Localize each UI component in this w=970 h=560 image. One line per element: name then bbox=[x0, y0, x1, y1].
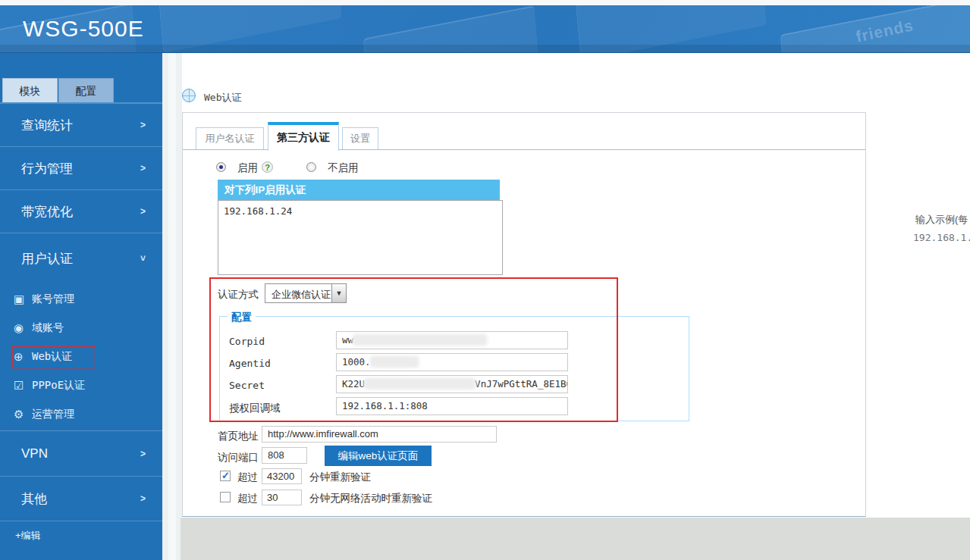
port-field[interactable]: 808 bbox=[262, 447, 307, 464]
sidebar-subitem-label: 账号管理 bbox=[32, 293, 74, 306]
sidebar-item-behavior[interactable]: 行为管理 > bbox=[0, 146, 162, 189]
timeout1-prefix: 超过 bbox=[237, 471, 258, 484]
sidebar-tab-config[interactable]: 配置 bbox=[58, 78, 114, 102]
enable-radio-label: 启用 bbox=[237, 161, 258, 175]
sidebar-subitem-label: PPPoE认证 bbox=[32, 379, 85, 393]
redacted-blur bbox=[371, 357, 418, 367]
content-gutter bbox=[162, 53, 182, 560]
callback-domain-label: 授权回调域 bbox=[229, 402, 281, 415]
sidebar-item-label: VPN bbox=[21, 446, 48, 461]
redacted-blur bbox=[353, 335, 486, 345]
app-banner: friends WSG-500E bbox=[0, 5, 970, 53]
auth-method-select[interactable]: 企业微信认证 ▼ bbox=[265, 283, 347, 303]
corpid-label: Corpid bbox=[229, 336, 265, 347]
sidebar-item-vpn[interactable]: VPN > bbox=[0, 430, 162, 476]
agentid-field[interactable]: 1000. bbox=[336, 353, 568, 371]
screen: friends WSG-500E 模块 配置 查询统计 > 行为管理 > 带宽优… bbox=[0, 0, 970, 560]
secret-value-prefix: K22U bbox=[342, 378, 365, 389]
chevron-right-icon: > bbox=[140, 206, 146, 217]
input-example-ip: 192.168.1. bbox=[913, 232, 970, 243]
sidebar-subitem-account-mgmt[interactable]: ▣ 账号管理 bbox=[0, 285, 162, 314]
homepage-label: 首页地址 bbox=[218, 430, 259, 443]
globe-icon bbox=[182, 89, 196, 102]
chevron-right-icon: > bbox=[140, 120, 146, 130]
sidebar-tab-module[interactable]: 模块 bbox=[2, 78, 58, 102]
chevron-right-icon: > bbox=[140, 449, 146, 459]
sidebar-subitem-pppoe-auth[interactable]: ☑ PPPoE认证 bbox=[0, 371, 162, 400]
sidebar-item-other[interactable]: 其他 > bbox=[0, 476, 162, 521]
sidebar-edit-link[interactable]: +编辑 bbox=[15, 529, 41, 543]
edit-web-auth-page-button[interactable]: 编辑web认证页面 bbox=[325, 446, 432, 466]
agentid-value: 1000. bbox=[342, 356, 371, 368]
footer-area bbox=[181, 518, 970, 560]
agentid-label: Agentid bbox=[229, 358, 271, 369]
corpid-value: ww bbox=[342, 334, 353, 346]
pppoe-doc-icon: ☑ bbox=[14, 379, 24, 393]
auth-method-label: 认证方式 bbox=[218, 288, 259, 302]
secret-label: Secret bbox=[229, 380, 265, 391]
timeout2-suffix: 分钟无网络活动时重新验证 bbox=[309, 492, 432, 505]
callback-domain-field[interactable]: 192.168.1.1:808 bbox=[336, 397, 568, 415]
reauth-timeout-checkbox[interactable] bbox=[220, 471, 231, 481]
tab-username-auth[interactable]: 用户名认证 bbox=[196, 127, 264, 150]
ip-list-textarea[interactable]: 192.168.1.24 bbox=[218, 200, 503, 275]
sidebar-item-bandwidth[interactable]: 带宽优化 > bbox=[0, 189, 162, 233]
auth-method-value: 企业微信认证 bbox=[272, 288, 331, 302]
id-card-icon: ▣ bbox=[14, 293, 24, 306]
ip-list-header: 对下列IP启用认证 bbox=[218, 180, 500, 200]
sidebar-item-label: 行为管理 bbox=[21, 160, 73, 177]
idle-timeout-checkbox[interactable] bbox=[220, 492, 231, 502]
help-icon[interactable]: ? bbox=[262, 161, 273, 173]
tab-thirdparty-auth[interactable]: 第三方认证 bbox=[268, 122, 339, 151]
disable-radio-label: 不启用 bbox=[328, 161, 359, 175]
sidebar: 模块 配置 查询统计 > 行为管理 > 带宽优化 > 用户认证 ˅ ▣ 账号管理… bbox=[0, 53, 162, 560]
enable-radio[interactable] bbox=[216, 162, 226, 172]
corpid-field[interactable]: ww bbox=[336, 331, 568, 349]
sidebar-subitem-domain-account[interactable]: ◉ 域账号 bbox=[0, 314, 162, 343]
timeout1-field[interactable]: 43200 bbox=[262, 468, 302, 484]
chevron-down-icon: ˅ bbox=[140, 253, 146, 264]
sidebar-item-label: 带宽优化 bbox=[21, 203, 73, 221]
secret-value-suffix: VnJ7wPGttRA_8E1B0 bbox=[475, 378, 568, 389]
secret-field[interactable]: K22UVnJ7wPGttRA_8E1B0 bbox=[336, 375, 568, 393]
timeout1-suffix: 分钟重新验证 bbox=[309, 471, 371, 484]
sidebar-item-label: 查询统计 bbox=[21, 117, 73, 134]
port-label: 访问端口 bbox=[218, 451, 259, 465]
disable-radio[interactable] bbox=[306, 162, 316, 172]
operator-icon: ⚙ bbox=[14, 408, 24, 421]
banner-shade bbox=[0, 45, 970, 52]
homepage-field[interactable]: http://www.imfirewall.com bbox=[262, 426, 497, 443]
top-strip bbox=[0, 0, 970, 5]
app-title: WSG-500E bbox=[23, 16, 144, 42]
red-highlight-box bbox=[12, 346, 96, 368]
chevron-right-icon: > bbox=[140, 163, 146, 174]
chevron-right-icon: > bbox=[140, 493, 146, 504]
sidebar-item-label: 用户认证 bbox=[21, 249, 73, 267]
callback-domain-value: 192.168.1.1:808 bbox=[342, 400, 428, 411]
timeout2-field[interactable]: 30 bbox=[262, 490, 302, 505]
config-legend: 配置 bbox=[228, 311, 256, 324]
input-example-hint: 输入示例(每 bbox=[915, 213, 968, 227]
sidebar-item-user-auth[interactable]: 用户认证 ˅ bbox=[0, 233, 162, 283]
tab-settings[interactable]: 设置 bbox=[342, 127, 378, 150]
sidebar-item-query-stats[interactable]: 查询统计 > bbox=[0, 103, 162, 146]
dropdown-arrow-icon[interactable]: ▼ bbox=[331, 284, 346, 302]
sidebar-subitem-label: 运营管理 bbox=[32, 408, 74, 421]
redacted-blur bbox=[365, 379, 475, 389]
sidebar-subitem-operator-mgmt[interactable]: ⚙ 运营管理 bbox=[0, 400, 162, 429]
domain-account-icon: ◉ bbox=[14, 321, 24, 335]
breadcrumb: Web认证 bbox=[204, 91, 241, 105]
timeout2-prefix: 超过 bbox=[237, 492, 258, 505]
sidebar-subitem-label: 域账号 bbox=[32, 321, 64, 335]
sidebar-item-label: 其他 bbox=[21, 490, 47, 508]
